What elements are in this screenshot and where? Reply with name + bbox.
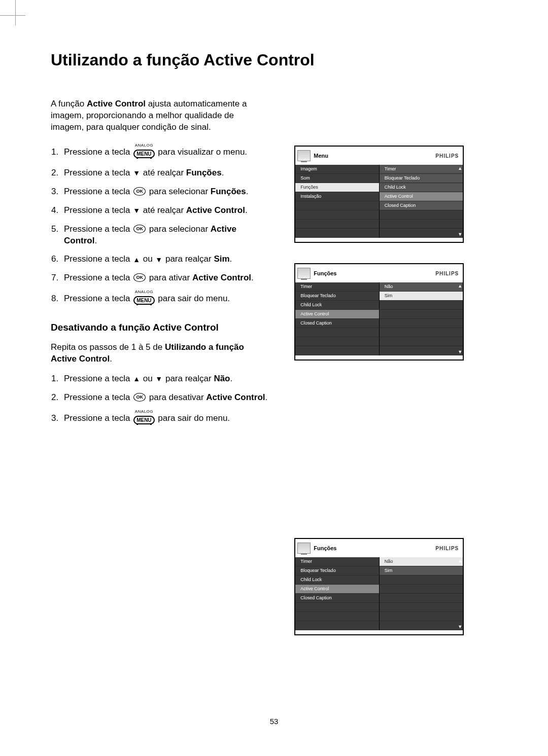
menu-item	[295, 328, 379, 337]
menu-item: Imagem	[295, 165, 379, 174]
step-item: Pressione a tecla OK para selecionar Fun…	[61, 186, 269, 198]
scroll-up-icon: ▲	[458, 558, 462, 563]
scroll-down-icon: ▼	[458, 349, 462, 354]
menu-item	[380, 328, 463, 337]
menu-item	[295, 201, 379, 210]
menu-button-icon: ANALOGMENU	[133, 410, 154, 425]
menu-item: Bloquear Teclado	[295, 292, 379, 301]
menu-item: Bloquear Teclado	[295, 566, 379, 575]
scroll-up-icon: ▲	[458, 166, 462, 171]
tv-menu-panel: MenuPHILIPSImagemSomFunçõesInstalaçãoTim…	[294, 146, 464, 243]
arrow-down-icon: ▼	[133, 168, 140, 178]
menu-item: Sim	[380, 566, 463, 575]
menu-item: Não	[380, 557, 463, 566]
arrow-up-icon: ▲	[133, 255, 140, 265]
tv-icon	[297, 150, 311, 161]
menu-item	[295, 621, 379, 630]
menu-item	[380, 337, 463, 346]
menu-item	[295, 210, 379, 220]
menu-item	[295, 229, 379, 238]
panel-title: Funções	[314, 270, 435, 276]
menu-item: Closed Caption	[380, 201, 463, 210]
step-item: Pressione a tecla OK para ativar Active …	[61, 272, 269, 284]
menu-item	[380, 301, 463, 310]
ok-button-icon: OK	[133, 187, 146, 196]
menu-item	[295, 603, 379, 612]
menu-item	[380, 319, 463, 328]
menu-item: Som	[295, 174, 379, 183]
page-number: 53	[0, 717, 548, 726]
menu-item: Bloquear Teclado	[380, 174, 463, 183]
step-item: Pressione a tecla ▼ até realçar Funções.	[61, 167, 269, 179]
arrow-down-icon: ▼	[155, 255, 162, 265]
scroll-down-icon: ▼	[458, 624, 462, 629]
menu-item: Funções	[295, 183, 379, 192]
step-item: Pressione a tecla ANALOGMENU para sair d…	[61, 411, 269, 426]
arrow-down-icon: ▼	[133, 206, 140, 215]
menu-button-icon: ANALOGMENU	[133, 143, 154, 159]
steps-list-deactivate: Pressione a tecla ▲ ou ▼ para realçar Nã…	[51, 373, 269, 426]
step-item: Pressione a tecla ANALOGMENU para visual…	[61, 145, 269, 160]
menu-item: Closed Caption	[295, 319, 379, 328]
menu-item	[380, 603, 463, 612]
scroll-down-icon: ▼	[458, 232, 462, 237]
menu-item: Active Control	[295, 585, 379, 594]
brand-label: PHILIPS	[435, 546, 459, 551]
menu-item	[380, 594, 463, 603]
step-item: Pressione a tecla ▲ ou ▼ para realçar Nã…	[61, 373, 269, 385]
tv-icon	[297, 543, 311, 554]
brand-label: PHILIPS	[435, 153, 459, 159]
repeat-text: Repita os passos de 1 à 5 de Utilizando …	[51, 342, 269, 365]
menu-item: Instalação	[295, 192, 379, 201]
step-item: Pressione a tecla ANALOGMENU para sair d…	[61, 291, 269, 307]
menu-item: Active Control	[295, 310, 379, 319]
menu-item	[380, 346, 463, 355]
menu-item	[380, 229, 463, 238]
menu-item	[380, 585, 463, 594]
panel-title: Menu	[314, 153, 435, 159]
arrow-up-icon: ▲	[133, 374, 140, 384]
step-item: Pressione a tecla OK para selecionar Act…	[61, 224, 269, 247]
steps-list: Pressione a tecla ANALOGMENU para visual…	[51, 145, 269, 307]
menu-item: Não	[380, 282, 463, 292]
step-item: Pressione a tecla OK para desativar Acti…	[61, 392, 269, 404]
menu-item: Child Lock	[380, 183, 463, 192]
tv-menu-panel: FunçõesPHILIPSTimerBloquear TecladoChild…	[294, 263, 464, 361]
menu-item	[295, 346, 379, 355]
menu-item: Timer	[295, 282, 379, 292]
scroll-up-icon: ▲	[458, 283, 462, 289]
menu-item	[295, 220, 379, 229]
ok-button-icon: OK	[133, 393, 146, 402]
page-title: Utilizando a função Active Control	[51, 51, 502, 69]
step-item: Pressione a tecla ▲ ou ▼ para realçar Si…	[61, 254, 269, 265]
menu-item	[380, 210, 463, 220]
menu-item: Sim	[380, 292, 463, 301]
menu-item: Timer	[295, 557, 379, 566]
menu-item	[380, 575, 463, 585]
menu-button-icon: ANALOGMENU	[133, 290, 154, 306]
subheading: Desativando a função Active Control	[51, 322, 269, 334]
menu-item: Active Control	[380, 192, 463, 201]
step-item: Pressione a tecla ▼ até realçar Active C…	[61, 205, 269, 217]
brand-label: PHILIPS	[435, 271, 459, 276]
menu-item	[380, 310, 463, 319]
ok-button-icon: OK	[133, 273, 146, 282]
intro-text: A função Active Control ajusta automatic…	[51, 98, 269, 133]
arrow-down-icon: ▼	[155, 374, 162, 384]
menu-item	[295, 337, 379, 346]
menu-item	[295, 612, 379, 621]
tv-icon	[297, 268, 311, 279]
menu-item	[380, 612, 463, 621]
menu-item	[380, 220, 463, 229]
menu-item	[380, 621, 463, 630]
menu-item: Child Lock	[295, 575, 379, 585]
panel-title: Funções	[314, 545, 435, 551]
menu-item: Closed Caption	[295, 594, 379, 603]
menu-item: Child Lock	[295, 301, 379, 310]
menu-item: Timer	[380, 165, 463, 174]
ok-button-icon: OK	[133, 225, 146, 233]
tv-menu-panel: FunçõesPHILIPSTimerBloquear TecladoChild…	[294, 538, 464, 635]
